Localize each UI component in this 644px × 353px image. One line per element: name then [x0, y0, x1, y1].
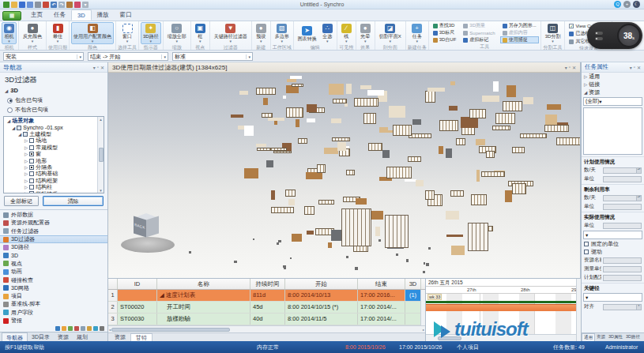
- new-icon[interactable]: [3, 2, 9, 8]
- row-number[interactable]: 2: [108, 302, 118, 313]
- field-input[interactable]: ▴▾: [603, 195, 642, 201]
- twig-icon[interactable]: ▷: [24, 159, 28, 163]
- select-button[interactable]: 窗口▾: [120, 22, 135, 44]
- recorder-gauge[interactable]: 38s: [617, 24, 641, 47]
- recorder-buttons[interactable]: [595, 32, 603, 40]
- convert-button[interactable]: ➤图表转换: [296, 24, 319, 43]
- checkbox[interactable]: [29, 165, 34, 170]
- link-combo-2[interactable]: 标准▾: [172, 52, 253, 61]
- filters-root-node[interactable]: ◢3D: [0, 85, 107, 96]
- undo-icon[interactable]: ↶: [51, 2, 57, 8]
- scroll-right-icon[interactable]: ▸: [423, 328, 424, 332]
- clip-plane-button[interactable]: ◪切割平面X▾: [377, 22, 404, 44]
- tree-item[interactable]: ◢场景对象: [6, 118, 96, 124]
- sidebar-item-项目[interactable]: 项目: [0, 292, 107, 300]
- strip-icon[interactable]: [93, 326, 98, 331]
- twig-icon[interactable]: ▷: [24, 145, 28, 150]
- funnel-button[interactable]: ▼关键路径过滤器▾: [212, 22, 250, 44]
- qq-icon[interactable]: Q: [614, 1, 621, 8]
- sphere-button[interactable]: ●反光颜色▾: [21, 22, 44, 44]
- save-all-icon[interactable]: [27, 2, 33, 8]
- column-header[interactable]: ID: [118, 279, 157, 289]
- spinner-icon[interactable]: ▴▾: [636, 196, 641, 201]
- scroll-thumb[interactable]: [111, 328, 230, 332]
- checkbox-icon[interactable]: [584, 242, 589, 246]
- panel-tab-3D目录[interactable]: 3D目录: [28, 332, 54, 341]
- table-horizontal-scrollbar[interactable]: ◂▸: [108, 325, 425, 332]
- checkbox-icon[interactable]: ✓: [569, 24, 574, 28]
- column-header[interactable]: 结束: [358, 279, 405, 289]
- table-row[interactable]: 2ST00020 开工时间45d8:00 2014/10/15 (*)17:00…: [108, 302, 425, 314]
- strip-icon[interactable]: [68, 326, 73, 331]
- twig-icon[interactable]: ▷: [24, 185, 28, 190]
- sidebar-item-任务过滤器[interactable]: 任务过滤器: [0, 227, 107, 235]
- strip-icon[interactable]: [62, 326, 66, 331]
- task-name[interactable]: 放樣勘驗: [157, 314, 250, 325]
- glow-button[interactable]: ●光晕▾: [358, 22, 373, 44]
- sidebar-item-资源外观配置器[interactable]: 资源外观配置器: [0, 219, 107, 227]
- checkbox[interactable]: [29, 152, 34, 156]
- task-name[interactable]: 开工时间: [157, 302, 250, 313]
- task-duration[interactable]: 40d: [250, 314, 285, 325]
- prop-node-链接[interactable]: ▷链接: [582, 81, 644, 88]
- task-duration[interactable]: 811d: [250, 290, 285, 301]
- critical-path-combo[interactable]: ▾: [583, 293, 642, 302]
- task-start[interactable]: 8:00 2014/11/5: [285, 314, 358, 325]
- resource-filter-combo[interactable]: (全部)▾: [583, 97, 642, 106]
- prop-tab-3D属性[interactable]: 3D属性: [607, 333, 624, 341]
- task-3d[interactable]: [405, 314, 421, 325]
- menu-icon[interactable]: ▾: [630, 65, 632, 70]
- row-number[interactable]: 1: [108, 290, 118, 301]
- resource-combo[interactable]: ▾: [583, 231, 642, 239]
- pin-icon[interactable]: +: [623, 1, 631, 8]
- copy-icon[interactable]: [66, 2, 73, 8]
- sidebar-item-3D路径[interactable]: 3D路径: [0, 243, 107, 251]
- ribbon-tab-3D[interactable]: 3D: [71, 9, 92, 21]
- column-header[interactable]: 3D: [405, 279, 421, 289]
- sidebar-item-碰撞检查[interactable]: 碰撞检查: [0, 276, 107, 284]
- panel-tab-规划[interactable]: 规划: [73, 332, 92, 341]
- settings-icon[interactable]: [43, 2, 49, 8]
- checkbox[interactable]: [17, 126, 21, 130]
- task-id[interactable]: [118, 290, 157, 301]
- sidebar-item-动画[interactable]: 动画: [0, 268, 107, 276]
- prop-node-通用[interactable]: ▷通用: [582, 73, 644, 81]
- field-input[interactable]: [603, 257, 642, 264]
- scene-objects-tree[interactable]: ◢场景对象◢Synchro -01.spx◢土建模型▷场地▷常规模型▷窗▷地形▷…: [3, 116, 104, 193]
- checkbox[interactable]: [29, 138, 34, 143]
- navigation-cube[interactable]: BACK: [132, 213, 162, 240]
- radio-icon[interactable]: [7, 98, 13, 103]
- field-input[interactable]: [603, 176, 642, 182]
- radio-包含已勾项[interactable]: 包含已勾项: [0, 96, 107, 105]
- tag-button[interactable]: ▮最佳▾: [51, 22, 66, 44]
- scroll-up-icon[interactable]: ▴: [100, 117, 102, 122]
- select-all-button[interactable]: ∴全选▾: [320, 22, 335, 44]
- gantt-chart-body[interactable]: wk 33: [426, 294, 576, 334]
- ribbon-tab-主页[interactable]: 主页: [25, 9, 48, 21]
- checkbox-icon[interactable]: [584, 250, 589, 254]
- cube-button[interactable]: ▣框▾: [193, 22, 208, 44]
- recording-widget[interactable]: 38s: [587, 22, 642, 49]
- gantt-chart[interactable]: 26th 五月 2015 27th28th29th wk 33: [426, 279, 581, 341]
- twig-icon[interactable]: ◢: [12, 126, 15, 130]
- task-name[interactable]: ◢ 速度计划表: [157, 290, 250, 301]
- more-icon[interactable]: ▾: [82, 2, 89, 8]
- field-input[interactable]: [603, 266, 642, 272]
- row-number[interactable]: 3: [108, 314, 118, 325]
- checkbox[interactable]: [29, 178, 34, 183]
- tree-item[interactable]: ▷栏杆扶手: [6, 190, 96, 193]
- table-row[interactable]: 3ST00030 放樣勘驗40d8:00 2014/11/517:00 2014…: [108, 314, 425, 325]
- clear-button[interactable]: 清除: [43, 196, 104, 206]
- paint-button[interactable]: ◧使用用户配置颜色▾: [71, 22, 114, 44]
- task-3d[interactable]: [405, 302, 421, 313]
- column-header[interactable]: 名称: [157, 279, 250, 289]
- tree-item[interactable]: ◢土建模型: [6, 131, 96, 137]
- align-combo[interactable]: ▾: [603, 304, 642, 310]
- print-icon[interactable]: [35, 2, 41, 8]
- find3d-button[interactable]: 查找3D: [431, 22, 459, 29]
- float-icon[interactable]: ▫: [634, 65, 635, 70]
- redo-icon[interactable]: ↷: [58, 2, 65, 8]
- twig-icon[interactable]: ▷: [584, 74, 587, 79]
- nav-cube-back-face[interactable]: BACK: [134, 216, 146, 237]
- checkbox[interactable]: [29, 191, 34, 193]
